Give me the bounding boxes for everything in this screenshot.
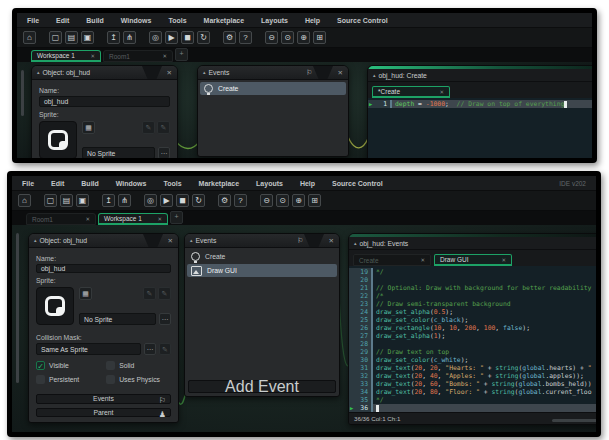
save-project-button[interactable]: ▣ — [81, 31, 94, 44]
code-line[interactable]: 33draw_text(20, 60, "Bombs: " + string(g… — [349, 380, 596, 388]
code-line[interactable]: 24draw_set_alpha(0.5); — [349, 308, 596, 316]
collapse-icon[interactable]: ▴ — [190, 238, 193, 243]
close-icon[interactable]: ✕ — [439, 89, 444, 95]
menu-file[interactable]: File — [27, 17, 39, 24]
menu-build[interactable]: Build — [86, 17, 104, 24]
collapse-icon[interactable]: ▴ — [203, 70, 206, 75]
code-line[interactable]: 27draw_set_alpha(1); — [349, 332, 596, 340]
home-button[interactable]: ⌂ — [18, 194, 31, 207]
tab-workspace-1[interactable]: Workspace 1✕ — [31, 50, 101, 62]
code-line[interactable]: 23// Draw semi-transparent background — [349, 300, 596, 308]
code-line[interactable]: 19*/ — [349, 268, 596, 276]
open-project-button[interactable]: ▤ — [60, 194, 73, 207]
tab-workspace-1[interactable]: Workspace 1✕ — [98, 213, 168, 225]
menu-marketplace[interactable]: Marketplace — [204, 17, 244, 24]
menu-windows[interactable]: Windows — [116, 180, 147, 187]
object-name-input[interactable]: obj_hud — [39, 96, 170, 107]
select-sprite-icon[interactable]: ▦ — [82, 121, 95, 134]
code-line[interactable]: 35*/ — [349, 396, 596, 404]
menu-source-control[interactable]: Source Control — [337, 17, 388, 24]
create-executable-button[interactable]: ↥ — [102, 194, 115, 207]
save-project-button[interactable]: ▣ — [76, 194, 89, 207]
object-name-input[interactable]: obj_hud — [36, 264, 171, 273]
collision-mask-select[interactable]: Same As Sprite — [36, 343, 141, 355]
horizontal-scrollbar[interactable] — [552, 419, 596, 422]
close-icon[interactable]: ✕ — [85, 216, 90, 222]
visible-checkbox[interactable]: ✓ Visible — [36, 361, 106, 370]
open-project-button[interactable]: ▤ — [65, 31, 78, 44]
code-editor[interactable]: 19*/2021// Optional: Draw with backgroun… — [349, 266, 596, 412]
stop-button[interactable]: ◼ — [176, 194, 189, 207]
tab-room1[interactable]: Room1✕ — [26, 213, 96, 225]
object-panel-header[interactable]: ▴ Object: obj_hud ✕ — [29, 234, 178, 248]
sprite-preview[interactable] — [36, 287, 74, 325]
persistent-checkbox[interactable]: Persistent — [36, 375, 106, 384]
collapse-icon[interactable]: ▴ — [354, 241, 357, 246]
menu-tools[interactable]: Tools — [168, 17, 186, 24]
code-line[interactable]: 29// Draw text on top — [349, 348, 596, 356]
parent-button[interactable]: Parent ♟ — [36, 408, 171, 418]
sprite-name-field[interactable]: No Sprite — [82, 147, 155, 158]
menu-marketplace[interactable]: Marketplace — [199, 180, 239, 187]
new-tab-button[interactable]: + — [170, 211, 183, 224]
edit-sprite-icon[interactable]: ✎ — [158, 287, 171, 300]
object-panel-header[interactable]: ▴ Object: obj_hud ✕ — [32, 66, 177, 80]
debug-button[interactable]: ◎ — [149, 31, 162, 44]
event-item-create[interactable]: Create — [200, 82, 346, 95]
close-icon[interactable]: ✕ — [162, 53, 167, 59]
settings-button[interactable]: ⚙ — [223, 31, 236, 44]
select-sprite-icon[interactable]: ▦ — [79, 287, 92, 300]
code-line[interactable]: 26draw_rectangle(10, 10, 200, 100, false… — [349, 324, 596, 332]
menu-layouts[interactable]: Layouts — [261, 17, 288, 24]
workspace-scrollbar[interactable] — [21, 70, 24, 116]
zoom-reset-button[interactable]: ⊙ — [276, 194, 289, 207]
sprite-name-field[interactable]: No Sprite — [79, 313, 156, 325]
clean-button[interactable]: ↻ — [192, 194, 205, 207]
collision-more-button[interactable]: ⋯ — [144, 343, 156, 355]
menu-edit[interactable]: Edit — [51, 180, 64, 187]
event-item-create[interactable]: Create — [187, 250, 337, 263]
edit-sprite-icon[interactable]: ✎ — [157, 121, 170, 134]
menu-layouts[interactable]: Layouts — [256, 180, 283, 187]
gamepad-button[interactable]: ⊞ — [313, 31, 326, 44]
zoom-reset-button[interactable]: ⊙ — [281, 31, 294, 44]
code-line[interactable]: 22/* — [349, 292, 596, 300]
close-icon[interactable]: ✕ — [168, 237, 173, 245]
settings-button[interactable]: ⚙ — [218, 194, 231, 207]
close-icon[interactable]: ✕ — [420, 257, 425, 263]
events-panel-header[interactable]: ▴ Events ⚐ ✕ — [198, 66, 348, 80]
gamepad-button[interactable]: ⊞ — [308, 194, 321, 207]
close-icon[interactable]: ✕ — [329, 237, 334, 245]
code-window-title[interactable]: ▴ obj_hud: Events — [349, 237, 596, 250]
menu-build[interactable]: Build — [81, 180, 99, 187]
close-icon[interactable]: ✕ — [501, 257, 506, 263]
clean-button[interactable]: ↻ — [197, 31, 210, 44]
collision-edit-icon[interactable]: ✎ — [159, 343, 171, 355]
tab-room1[interactable]: Room1✕ — [103, 50, 173, 62]
event-item-draw-gui[interactable]: Draw GUI — [187, 264, 337, 277]
uses-physics-checkbox[interactable]: Uses Physics — [106, 375, 171, 384]
help-button[interactable]: ? — [234, 194, 247, 207]
new-project-button[interactable]: ▢ — [49, 31, 62, 44]
menu-source-control[interactable]: Source Control — [332, 180, 383, 187]
events-button[interactable]: Events ⚐ — [36, 394, 171, 404]
code-editor[interactable]: ▶1depth = -1000; // Draw on top of every… — [368, 98, 592, 158]
code-line[interactable]: 31draw_text(20, 20, "Hearts: " + string(… — [349, 364, 596, 372]
code-line[interactable]: ▶36 — [349, 404, 596, 412]
menu-file[interactable]: File — [22, 180, 34, 187]
code-window-title[interactable]: ▴ obj_hud: Create — [368, 69, 592, 82]
sprite-preview[interactable] — [39, 121, 77, 158]
zoom-in-button[interactable]: ⊕ — [292, 194, 305, 207]
edit-image-icon[interactable]: ✎ — [142, 121, 155, 134]
home-button[interactable]: ⌂ — [23, 31, 36, 44]
code-line[interactable]: 30draw_set_color(c_white); — [349, 356, 596, 364]
close-icon[interactable]: ✕ — [338, 69, 343, 77]
zoom-in-button[interactable]: ⊕ — [297, 31, 310, 44]
code-line[interactable]: 20 — [349, 276, 596, 284]
zoom-out-button[interactable]: ⊖ — [260, 194, 273, 207]
menu-edit[interactable]: Edit — [56, 17, 69, 24]
code-line[interactable]: 25draw_set_color(c_black); — [349, 316, 596, 324]
solid-checkbox[interactable]: Solid — [106, 361, 171, 370]
fork-button[interactable]: ⋔ — [123, 31, 136, 44]
zoom-out-button[interactable]: ⊖ — [265, 31, 278, 44]
